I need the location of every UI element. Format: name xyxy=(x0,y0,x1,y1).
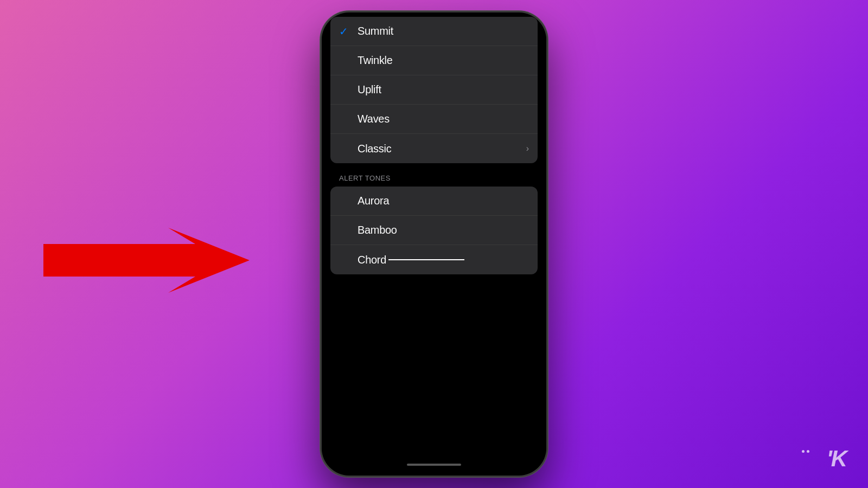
logo-apostrophe: ' xyxy=(827,446,831,471)
checkmark-placeholder: ✓ xyxy=(339,224,350,237)
red-arrow xyxy=(43,228,250,293)
list-item-twinkle[interactable]: ✓ Twinkle xyxy=(330,46,538,75)
logo-decoration xyxy=(802,450,809,453)
list-item-waves[interactable]: ✓ Waves xyxy=(330,105,538,134)
item-label-waves: Waves xyxy=(358,113,529,125)
phone-frame: ✓ Summit ✓ Twinkle ✓ Uplift ✓ Waves ✓ Cl… xyxy=(320,11,548,477)
ringtones-list: ✓ Summit ✓ Twinkle ✓ Uplift ✓ Waves ✓ Cl… xyxy=(330,17,538,163)
checkmark-placeholder: ✓ xyxy=(339,142,350,155)
chord-underline xyxy=(388,259,464,260)
list-item-chord[interactable]: ✓ Chord xyxy=(330,245,538,274)
alert-tones-list: ✓ Aurora ✓ Bamboo ✓ Chord xyxy=(330,187,538,274)
item-label-bamboo: Bamboo xyxy=(358,224,529,236)
list-item-aurora[interactable]: ✓ Aurora xyxy=(330,187,538,216)
logo-letter: K xyxy=(831,446,846,471)
chord-text: Chord xyxy=(358,254,386,266)
list-item-uplift[interactable]: ✓ Uplift xyxy=(330,75,538,105)
checkmark-placeholder: ✓ xyxy=(339,84,350,97)
checkmark-placeholder: ✓ xyxy=(339,113,350,126)
alert-tones-header: ALERT TONES xyxy=(322,168,546,187)
list-item-summit[interactable]: ✓ Summit xyxy=(330,17,538,46)
item-label-twinkle: Twinkle xyxy=(358,54,529,67)
checkmark-placeholder: ✓ xyxy=(339,253,350,266)
chevron-icon: › xyxy=(526,144,529,153)
phone-screen: ✓ Summit ✓ Twinkle ✓ Uplift ✓ Waves ✓ Cl… xyxy=(322,12,546,476)
checkmark-placeholder: ✓ xyxy=(339,195,350,208)
checkmark-placeholder: ✓ xyxy=(339,54,350,67)
knowtechie-logo: 'K xyxy=(827,446,846,472)
item-label-summit: Summit xyxy=(358,25,529,37)
item-label-aurora: Aurora xyxy=(358,195,529,207)
svg-marker-0 xyxy=(43,228,250,293)
item-label-classic: Classic xyxy=(358,143,526,155)
item-label-uplift: Uplift xyxy=(358,84,529,96)
list-item-bamboo[interactable]: ✓ Bamboo xyxy=(330,216,538,245)
list-item-classic[interactable]: ✓ Classic › xyxy=(330,134,538,163)
checkmark-icon: ✓ xyxy=(339,25,350,38)
item-label-chord: Chord xyxy=(358,254,529,266)
